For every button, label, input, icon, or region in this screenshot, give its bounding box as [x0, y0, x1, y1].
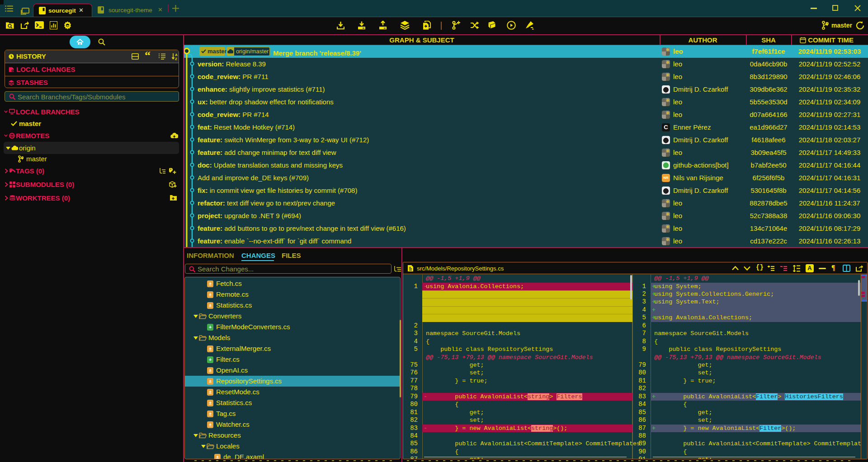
svg-text:Z: Z: [175, 57, 177, 61]
